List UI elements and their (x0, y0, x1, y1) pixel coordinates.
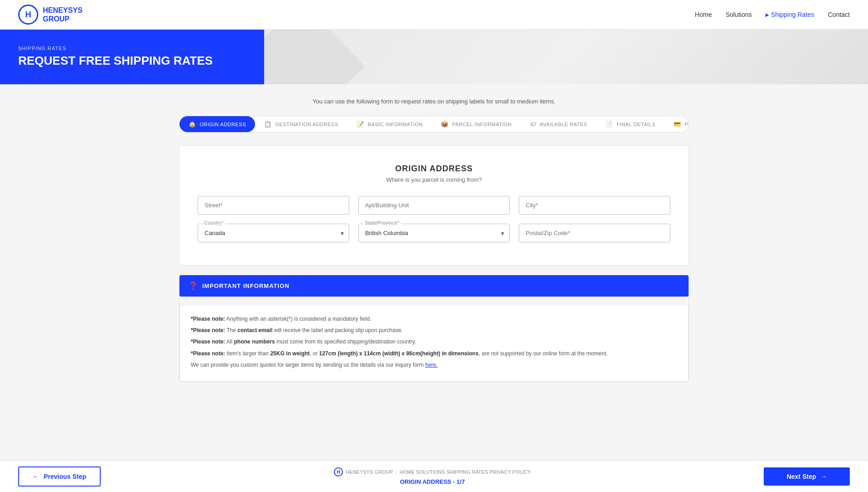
stepper: 🏠 ORIGIN ADDRESS 📋 DESTINATION ADDRESS 📝… (179, 116, 689, 133)
step-basic-information[interactable]: 📝 BASIC INFORMATION (347, 116, 432, 132)
hero-right (264, 30, 868, 84)
step-origin-address[interactable]: 🏠 ORIGIN ADDRESS (179, 116, 255, 132)
step-parcel-information[interactable]: 📦 PARCEL INFORMATION (432, 116, 521, 132)
form-row-2: Country* Canada United States Mexico Sta… (198, 224, 670, 242)
form-title: ORIGIN ADDRESS (198, 164, 670, 174)
logo-icon: H (18, 5, 38, 25)
state-select[interactable]: British Columbia Alberta Ontario Quebec … (358, 224, 510, 242)
logo: H HENEYSYS GROUP (18, 5, 82, 25)
country-select[interactable]: Canada United States Mexico (198, 224, 349, 242)
postal-input[interactable] (519, 224, 670, 242)
step-destination-address[interactable]: 📋 DESTINATION ADDRESS (255, 116, 347, 132)
hero-title: REQUEST FREE SHIPPING RATES (18, 54, 246, 68)
form-subtitle: Where is you parcel is coming from? (198, 176, 670, 183)
inquiry-link[interactable]: here. (425, 362, 438, 368)
logo-text: HENEYSYS GROUP (43, 6, 82, 23)
info-block: ❓ IMPORTANT INFORMATION *Please note: An… (179, 275, 689, 382)
info-title: IMPORTANT INFORMATION (202, 282, 290, 289)
main-content: You can use the following form to reques… (161, 84, 707, 405)
payment-details-icon: 💳 (674, 121, 681, 128)
info-note-4: *Please note: Item's larger than 25KG in… (191, 349, 677, 358)
parcel-info-icon: 📦 (441, 121, 449, 128)
info-note-3: *Please note: All phone numbers must com… (191, 338, 677, 346)
apt-group (358, 196, 510, 215)
destination-address-icon: 📋 (264, 121, 272, 128)
basic-info-icon: 📝 (357, 121, 364, 128)
country-label: Country* (202, 220, 225, 226)
form-card: ORIGIN ADDRESS Where is you parcel is co… (179, 145, 689, 266)
hero-left: SHIPPING RATES REQUEST FREE SHIPPING RAT… (0, 30, 264, 84)
play-icon: ▶ (766, 12, 769, 17)
form-row-1 (198, 196, 670, 215)
country-group: Country* Canada United States Mexico (198, 224, 349, 242)
info-card-header: ❓ IMPORTANT INFORMATION (179, 275, 689, 297)
navbar: H HENEYSYS GROUP Home Solutions ▶ Shippi… (0, 0, 868, 30)
info-notes: *Please note: Anything with an asterisk(… (179, 306, 689, 382)
street-input[interactable] (198, 196, 349, 215)
nav-home[interactable]: Home (695, 11, 712, 18)
available-rates-icon: 🏷 (530, 121, 536, 128)
step-final-details[interactable]: 📄 FINAL DETAILS (596, 116, 664, 132)
street-group (198, 196, 349, 215)
info-note-5: We can provide you custom quotes for lar… (191, 361, 677, 369)
nav-contact[interactable]: Contact (828, 11, 850, 18)
intro-text: You can use the following form to reques… (179, 98, 689, 105)
postal-group (519, 224, 670, 242)
final-details-icon: 📄 (605, 121, 613, 128)
info-note-2: *Please note: The contact email will rec… (191, 326, 677, 335)
info-note-1: *Please note: Anything with an asterisk(… (191, 315, 677, 323)
apt-input[interactable] (358, 196, 510, 215)
info-icon: ❓ (189, 282, 198, 290)
origin-address-icon: 🏠 (189, 121, 196, 128)
state-group: State/Province* British Columbia Alberta… (358, 224, 510, 242)
step-payment-details[interactable]: 💳 PAYMENT DETAILS (664, 116, 689, 132)
nav-shipping-rates[interactable]: ▶ Shipping Rates (766, 11, 814, 18)
hero-banner: SHIPPING RATES REQUEST FREE SHIPPING RAT… (0, 30, 868, 84)
nav-solutions[interactable]: Solutions (725, 11, 752, 18)
nav-links: Home Solutions ▶ Shipping Rates Contact (695, 11, 850, 18)
city-group (519, 196, 670, 215)
hero-subtitle: SHIPPING RATES (18, 46, 246, 51)
city-input[interactable] (519, 196, 670, 215)
step-available-rates[interactable]: 🏷 AVAILABLE RATES (521, 116, 597, 132)
state-label: State/Province* (363, 220, 401, 226)
